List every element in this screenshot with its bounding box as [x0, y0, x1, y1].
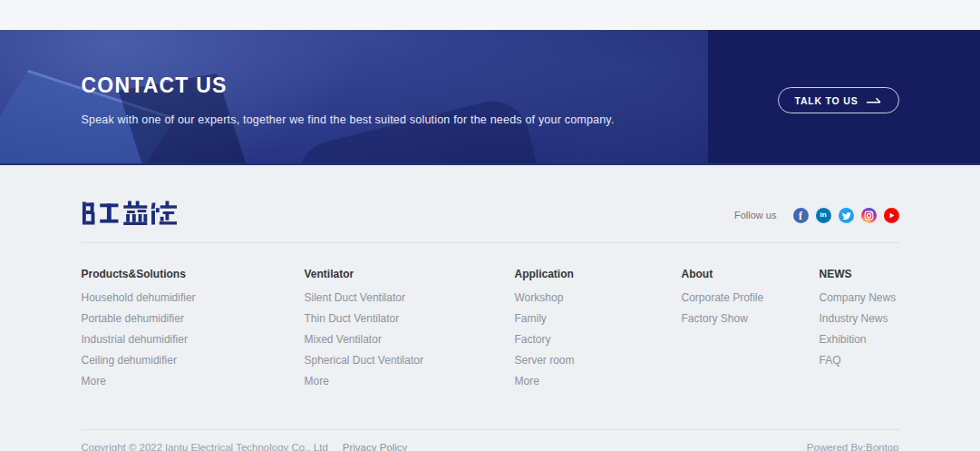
- copyright-text: Copyright © 2022 lantu Electrical Techno…: [82, 442, 328, 451]
- talk-to-us-label: TALK TO US: [794, 95, 858, 106]
- legal-row: Copyright © 2022 lantu Electrical Techno…: [82, 429, 899, 451]
- nav-column-title: NEWS: [820, 268, 899, 280]
- contact-title: CONTACT US: [82, 30, 899, 98]
- footer-link[interactable]: Factory: [515, 334, 682, 345]
- privacy-policy-link[interactable]: Privacy Policy: [343, 442, 408, 451]
- arrow-right-icon: [867, 95, 883, 106]
- nav-column-title: Products&Solutions: [82, 268, 305, 280]
- footer-link[interactable]: Spherical Duct Ventilator: [305, 355, 515, 366]
- footer-link[interactable]: Corporate Profile: [682, 292, 820, 303]
- contact-banner: CONTACT US Speak with one of our experts…: [0, 30, 980, 165]
- footer-link[interactable]: Thin Duct Ventilator: [305, 313, 515, 324]
- footer-link[interactable]: Exhibition: [820, 334, 899, 345]
- nav-column-application: Application WorkshopFamilyFactoryServer …: [515, 268, 682, 397]
- footer-link[interactable]: FAQ: [820, 355, 899, 366]
- footer-link[interactable]: Workshop: [515, 292, 682, 303]
- footer-link[interactable]: Household dehumidifier: [82, 292, 305, 303]
- nav-column-title: Application: [515, 268, 682, 280]
- twitter-icon[interactable]: [839, 208, 854, 223]
- nav-column-title: About: [682, 268, 820, 280]
- footer-nav: Products&Solutions Household dehumidifie…: [82, 243, 899, 397]
- footer-link[interactable]: Ceiling dehumidifier: [82, 355, 305, 366]
- linkedin-icon[interactable]: in: [816, 208, 831, 223]
- brand-row: Follow us f in: [82, 200, 899, 243]
- logo-glyphs: [82, 200, 178, 227]
- footer-link[interactable]: Industry News: [820, 313, 899, 324]
- contact-subtitle: Speak with one of our experts, together …: [82, 113, 899, 126]
- footer-link[interactable]: Factory Show: [682, 313, 820, 324]
- social-links: Follow us f in: [734, 208, 898, 223]
- footer-link[interactable]: More: [305, 376, 515, 387]
- powered-by-link[interactable]: Powered By:Bontop: [807, 442, 899, 451]
- page-top-strip: [0, 0, 980, 30]
- talk-to-us-button[interactable]: TALK TO US: [778, 87, 898, 113]
- footer-link[interactable]: More: [82, 376, 305, 387]
- footer-link[interactable]: Portable dehumidifier: [82, 313, 305, 324]
- follow-us-label: Follow us: [734, 210, 776, 221]
- footer-link[interactable]: Server room: [515, 355, 682, 366]
- nav-column-about: About Corporate ProfileFactory Show: [682, 268, 820, 397]
- nav-column-ventilator: Ventilator Silent Duct VentilatorThin Du…: [305, 268, 515, 397]
- footer-link[interactable]: Silent Duct Ventilator: [305, 292, 515, 303]
- instagram-icon[interactable]: [861, 208, 877, 223]
- youtube-icon[interactable]: [884, 208, 899, 223]
- footer: Follow us f in: [0, 165, 980, 451]
- nav-column-products: Products&Solutions Household dehumidifie…: [82, 268, 305, 397]
- footer-link[interactable]: Mixed Ventilator: [305, 334, 515, 345]
- footer-link[interactable]: Industrial dehumidifier: [82, 334, 305, 345]
- facebook-icon[interactable]: f: [793, 208, 809, 223]
- footer-link[interactable]: Family: [515, 313, 682, 324]
- nav-column-news: NEWS Company NewsIndustry NewsExhibition…: [820, 268, 899, 397]
- nav-column-title: Ventilator: [305, 268, 515, 280]
- footer-link[interactable]: More: [515, 376, 682, 387]
- footer-link[interactable]: Company News: [820, 292, 899, 303]
- company-logo[interactable]: [82, 200, 178, 230]
